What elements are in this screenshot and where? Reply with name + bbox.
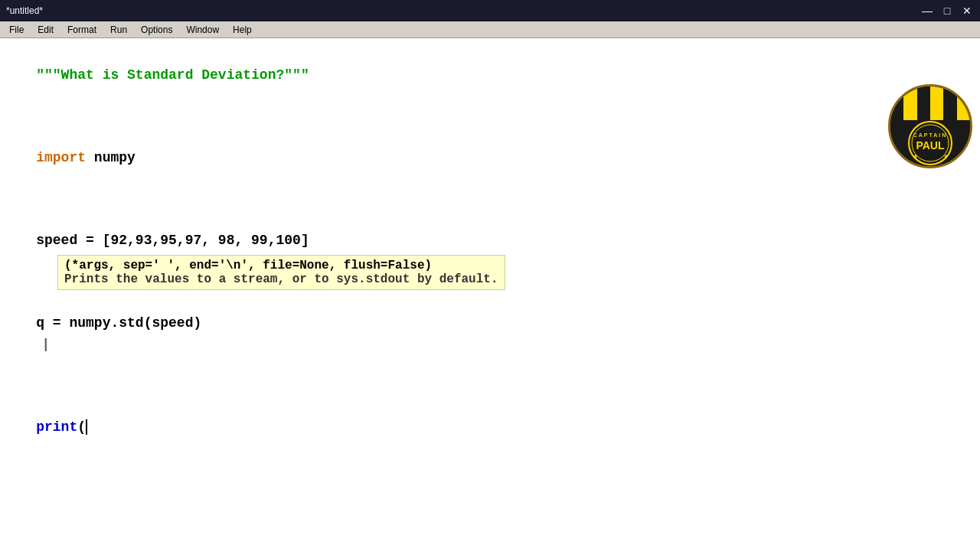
menu-window[interactable]: Window — [180, 23, 225, 37]
title-bar-controls: — □ ✕ — [920, 4, 974, 18]
code-line-blank4 — [3, 376, 977, 396]
stripe-2 — [903, 86, 916, 120]
text-cursor — [86, 419, 87, 435]
title-bar-left: *untitled* — [6, 5, 43, 16]
svg-text:PAUL: PAUL — [916, 139, 945, 152]
code-line-q: q = numpy.std(speed) | — [3, 292, 977, 376]
svg-text:★: ★ — [913, 153, 918, 160]
code-line-blank2 — [3, 189, 977, 210]
import-module: numpy — [86, 150, 136, 165]
menu-format[interactable]: Format — [61, 23, 103, 37]
svg-text:CAPTAIN: CAPTAIN — [913, 132, 948, 138]
window-title: *untitled* — [6, 5, 43, 16]
print-open-paren: ( — [77, 419, 86, 435]
menu-help[interactable]: Help — [227, 23, 258, 37]
q-assignment: q = numpy.std(speed) — [36, 315, 201, 331]
autocomplete-popup: (*args, sep=' ', end='\n', file=None, fl… — [57, 255, 505, 290]
docstring-text: """What is Standard Deviation?""" — [36, 67, 309, 83]
stripe-3 — [917, 86, 930, 120]
menu-file[interactable]: File — [3, 23, 30, 37]
close-button[interactable]: ✕ — [960, 4, 974, 18]
stripe-4 — [930, 86, 943, 120]
menu-bar: File Edit Format Run Options Window Help — [0, 21, 980, 38]
restore-button[interactable]: □ — [940, 4, 954, 18]
menu-edit[interactable]: Edit — [31, 23, 60, 37]
autocomplete-description: Prints the values to a stream, or to sys… — [64, 272, 498, 286]
import-keyword: import — [36, 150, 86, 165]
autocomplete-signature: (*args, sep=' ', end='\n', file=None, fl… — [64, 259, 498, 272]
svg-text:★: ★ — [943, 153, 949, 160]
print-keyword: print — [36, 419, 77, 435]
code-line-blank1 — [3, 106, 977, 127]
stripe-5 — [943, 86, 956, 120]
code-line-import: import numpy — [3, 127, 977, 189]
captain-paul-logo: CAPTAIN PAUL ★ ★ — [888, 84, 972, 168]
title-bar: *untitled* — □ ✕ — [0, 0, 980, 21]
code-line-print: print( — [3, 396, 977, 458]
speed-var: speed = [92,93,95,97, 98, 99,100] — [36, 233, 309, 248]
text-cursor-indicator: | — [36, 336, 47, 351]
minimize-button[interactable]: — — [920, 4, 934, 18]
code-line-docstring: """What is Standard Deviation?""" — [3, 44, 977, 106]
menu-options[interactable]: Options — [135, 23, 178, 37]
menu-run[interactable]: Run — [104, 23, 133, 37]
code-editor[interactable]: """What is Standard Deviation?""" import… — [0, 38, 980, 551]
